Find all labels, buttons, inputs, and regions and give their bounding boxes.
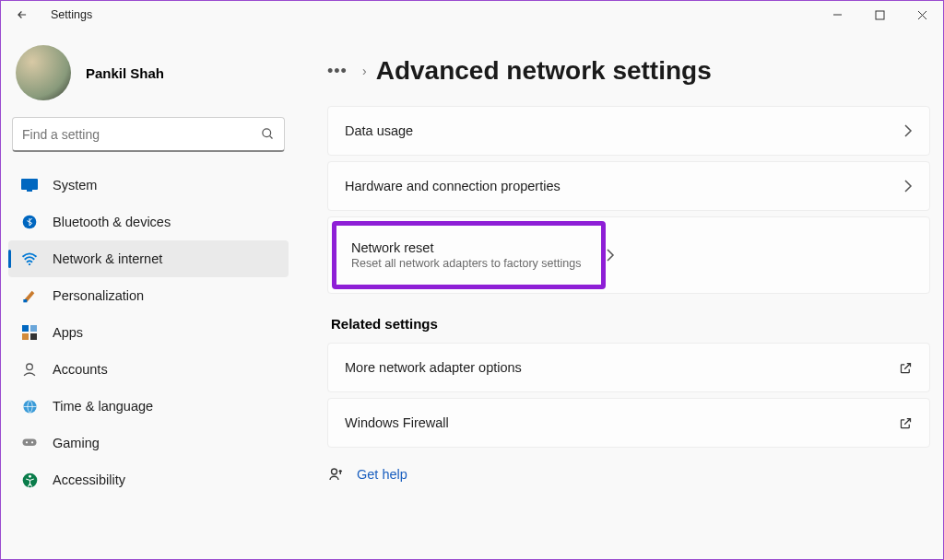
sidebar-item-time[interactable]: Time & language [8, 388, 289, 425]
sidebar-item-label: Accounts [53, 362, 108, 377]
svg-point-19 [31, 441, 33, 443]
svg-rect-17 [23, 439, 37, 447]
sidebar-item-label: Accessibility [53, 472, 125, 487]
card-sublabel: Reset all network adapters to factory se… [351, 257, 581, 270]
window-title: Settings [51, 8, 92, 21]
sidebar-item-label: Apps [53, 325, 83, 340]
back-button[interactable] [14, 8, 30, 21]
external-link-icon [899, 361, 913, 375]
accessibility-icon [21, 472, 38, 488]
sidebar-item-personalization[interactable]: Personalization [8, 277, 289, 314]
bluetooth-icon [21, 214, 38, 230]
card-network-reset[interactable]: Network reset Reset all network adapters… [327, 216, 930, 294]
nav-list: System Bluetooth & devices Network & int… [8, 167, 289, 498]
card-adapter-options[interactable]: More network adapter options [327, 343, 930, 392]
card-label: Hardware and connection properties [345, 179, 560, 193]
help-icon [327, 466, 344, 483]
svg-point-22 [332, 469, 337, 474]
sidebar-item-label: Network & internet [53, 251, 162, 266]
search-input[interactable] [22, 127, 261, 142]
chevron-right-icon [903, 180, 913, 192]
chevron-right-icon [903, 124, 913, 137]
page-title: Advanced network settings [376, 56, 712, 86]
svg-rect-7 [27, 190, 32, 192]
profile[interactable]: Pankil Shah [8, 45, 289, 100]
get-help-link[interactable]: Get help [357, 467, 407, 482]
external-link-icon [899, 416, 913, 430]
sidebar-item-label: Time & language [53, 399, 153, 414]
card-data-usage[interactable]: Data usage [327, 106, 930, 156]
globe-clock-icon [21, 398, 38, 414]
card-inner: Network reset Reset all network adapters… [342, 231, 596, 279]
card-label: More network adapter options [345, 360, 522, 375]
chevron-right-icon [606, 249, 615, 262]
svg-rect-11 [22, 325, 29, 332]
avatar [16, 45, 71, 100]
svg-line-5 [269, 135, 272, 138]
svg-rect-1 [876, 11, 884, 19]
sidebar-item-label: System [53, 178, 97, 192]
sidebar-item-accessibility[interactable]: Accessibility [8, 461, 289, 498]
card-label: Data usage [345, 123, 413, 138]
apps-icon [21, 324, 38, 341]
section-heading: Related settings [331, 316, 930, 332]
sidebar-item-label: Gaming [53, 436, 100, 450]
svg-rect-6 [21, 179, 38, 190]
sidebar-item-network[interactable]: Network & internet [8, 240, 289, 277]
display-icon [21, 177, 38, 193]
chevron-right-icon: › [362, 64, 367, 78]
card-label: Network reset [351, 240, 581, 255]
brush-icon [21, 287, 38, 304]
svg-rect-14 [30, 333, 37, 340]
close-button[interactable] [901, 1, 943, 29]
sidebar-item-apps[interactable]: Apps [8, 314, 289, 351]
sidebar: Pankil Shah System Bluetooth & devices N… [1, 29, 296, 559]
svg-point-15 [27, 364, 33, 370]
svg-point-21 [29, 474, 31, 477]
wifi-icon [21, 251, 38, 267]
maximize-button[interactable] [858, 1, 901, 29]
breadcrumb: ••• › Advanced network settings [327, 56, 930, 86]
svg-rect-10 [23, 299, 27, 302]
breadcrumb-more[interactable]: ••• [327, 62, 353, 81]
svg-point-4 [263, 129, 271, 137]
card-label: Windows Firewall [345, 415, 449, 430]
sidebar-item-accounts[interactable]: Accounts [8, 351, 289, 388]
main-content: ••• › Advanced network settings Data usa… [296, 29, 943, 559]
search-box[interactable] [12, 117, 285, 152]
card-hardware-props[interactable]: Hardware and connection properties [327, 161, 930, 211]
svg-rect-13 [22, 333, 29, 340]
user-icon [21, 361, 38, 378]
sidebar-item-label: Personalization [53, 288, 144, 303]
sidebar-item-bluetooth[interactable]: Bluetooth & devices [8, 204, 289, 240]
svg-rect-12 [30, 325, 37, 332]
user-name: Pankil Shah [86, 65, 164, 81]
card-windows-firewall[interactable]: Windows Firewall [327, 398, 930, 448]
minimize-button[interactable] [816, 1, 858, 29]
sidebar-item-gaming[interactable]: Gaming [8, 425, 289, 461]
sidebar-item-label: Bluetooth & devices [53, 215, 171, 229]
sidebar-item-system[interactable]: System [8, 167, 289, 204]
svg-point-9 [29, 263, 30, 265]
highlight-annotation: Network reset Reset all network adapters… [332, 221, 606, 289]
gamepad-icon [21, 435, 38, 451]
get-help-row[interactable]: Get help [327, 466, 930, 483]
search-icon [261, 127, 275, 141]
svg-point-18 [26, 441, 28, 443]
